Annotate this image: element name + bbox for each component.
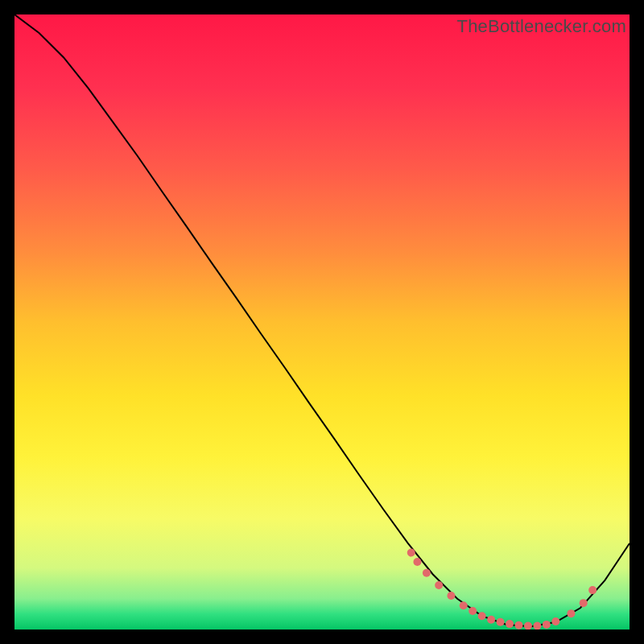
marker-dot [413, 558, 421, 566]
marker-dot [567, 609, 575, 617]
marker-dot [588, 586, 597, 594]
marker-dot [423, 569, 431, 577]
marker-dot [497, 618, 505, 626]
marker-dot [533, 621, 541, 630]
marker-dot [524, 621, 532, 630]
marker-dot [543, 621, 551, 629]
marker-dot [460, 601, 468, 609]
chart-background [14, 14, 630, 630]
marker-dot [514, 621, 522, 630]
marker-dot [506, 620, 514, 628]
marker-dot [551, 617, 559, 625]
marker-dot [469, 607, 477, 615]
marker-dot [435, 581, 443, 589]
marker-dot [478, 612, 486, 620]
chart-svg [14, 14, 630, 630]
marker-dot [580, 599, 588, 607]
marker-dot [447, 592, 455, 600]
chart-frame: TheBottlenecker.com [14, 14, 630, 630]
marker-dot [487, 616, 495, 624]
marker-dot [407, 549, 415, 557]
